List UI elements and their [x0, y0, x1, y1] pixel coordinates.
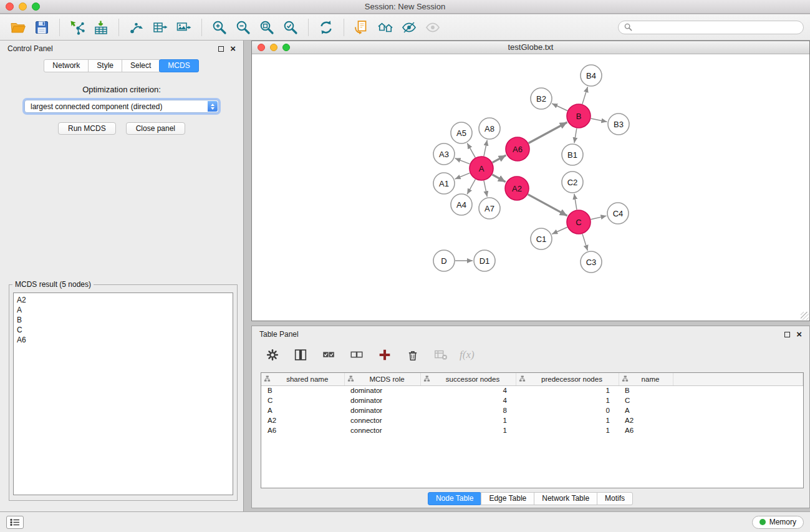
search-input[interactable] [636, 23, 798, 32]
network-zoom-button[interactable] [282, 44, 290, 51]
edge-A-A1[interactable] [455, 173, 470, 179]
import-network-button[interactable] [65, 17, 89, 38]
float-table-panel-icon[interactable] [784, 332, 790, 337]
cell[interactable]: A6 [261, 425, 344, 435]
panel-selector-button[interactable] [6, 516, 24, 529]
node-A[interactable]: A [470, 157, 493, 180]
column-header-shared-name[interactable]: shared name [261, 373, 344, 385]
result-item-b[interactable]: B [17, 315, 229, 325]
close-panel-icon[interactable]: × [230, 45, 236, 52]
column-header-mcds-role[interactable]: MCDS role [344, 373, 420, 385]
cell[interactable]: 4 [420, 385, 516, 395]
cell[interactable]: dominator [344, 385, 420, 395]
mcds-result-list[interactable]: A2ABCA6 [13, 293, 233, 495]
cell[interactable]: A2 [261, 415, 344, 425]
node-A3[interactable]: A3 [433, 143, 455, 165]
network-view[interactable]: AA6A2BCA5A8A3A1A4A7B2B4B3B1C2C1C4C3DD1 [252, 55, 809, 321]
edge-A-A5[interactable] [467, 143, 475, 158]
zoom-out-button[interactable] [231, 17, 255, 38]
table-row[interactable]: Bdominator41B [261, 385, 803, 395]
edge-C-C3[interactable] [582, 234, 587, 251]
delete-row-button[interactable] [403, 346, 422, 364]
zoom-selected-button[interactable] [279, 17, 302, 38]
zoom-window-button[interactable] [32, 2, 40, 11]
cell[interactable]: connector [344, 425, 420, 435]
cell[interactable]: 1 [516, 425, 619, 435]
table-row[interactable]: A6connector11A6 [261, 425, 803, 435]
zoom-in-button[interactable] [208, 17, 231, 38]
result-item-a2[interactable]: A2 [17, 295, 229, 305]
tab-style[interactable]: Style [88, 59, 122, 72]
cell[interactable]: connector [344, 415, 420, 425]
add-row-button[interactable] [375, 346, 394, 364]
node-B1[interactable]: B1 [562, 144, 583, 165]
unselect-all-button[interactable] [347, 346, 366, 364]
result-item-a6[interactable]: A6 [17, 335, 229, 345]
cell[interactable]: C [261, 395, 344, 405]
optimization-dropdown[interactable]: largest connected component (directed) [24, 100, 219, 113]
tab-network[interactable]: Network [44, 59, 89, 72]
edge-A-A2[interactable] [492, 175, 505, 182]
tab-select[interactable]: Select [122, 59, 160, 72]
run-mcds-button[interactable]: Run MCDS [58, 122, 116, 135]
close-table-panel-icon[interactable]: × [796, 331, 802, 338]
node-B2[interactable]: B2 [531, 88, 552, 109]
graphics-details-button[interactable] [397, 17, 421, 38]
column-header-successor-nodes[interactable]: successor nodes [420, 373, 516, 385]
table-row[interactable]: Cdominator41C [261, 395, 803, 405]
edge-B-B2[interactable] [552, 104, 567, 111]
node-A5[interactable]: A5 [451, 122, 472, 143]
open-session-button[interactable] [6, 17, 30, 38]
export-network-button[interactable] [125, 17, 148, 38]
cell[interactable]: B [619, 385, 673, 395]
cell[interactable]: 1 [516, 385, 619, 395]
edge-A-A3[interactable] [455, 158, 470, 164]
export-table-button[interactable] [148, 17, 172, 38]
column-header-name[interactable]: name [619, 373, 673, 385]
zoom-fit-button[interactable] [255, 17, 279, 38]
cell[interactable]: 8 [420, 405, 516, 415]
edge-A6-B[interactable] [529, 122, 567, 143]
edge-B-B3[interactable] [591, 118, 607, 122]
show-columns-button[interactable] [291, 346, 310, 364]
tab-network-table[interactable]: Network Table [534, 492, 597, 505]
cell[interactable]: 0 [516, 405, 619, 415]
resize-grip[interactable] [801, 312, 809, 320]
node-D1[interactable]: D1 [474, 250, 495, 271]
edge-C-C2[interactable] [574, 194, 577, 210]
tab-edge-table[interactable]: Edge Table [481, 492, 534, 505]
export-image-button[interactable] [172, 17, 196, 38]
cell[interactable]: B [261, 385, 344, 395]
node-C2[interactable]: C2 [562, 172, 583, 193]
table-row[interactable]: A2connector11A2 [261, 415, 803, 425]
edge-C-C4[interactable] [591, 216, 607, 220]
select-all-button[interactable] [319, 346, 338, 364]
node-C1[interactable]: C1 [531, 228, 552, 249]
cell[interactable]: dominator [344, 405, 420, 415]
cell[interactable]: 4 [420, 395, 516, 405]
node-table-container[interactable]: shared nameMCDS rolesuccessor nodesprede… [261, 372, 804, 488]
result-item-a[interactable]: A [17, 305, 229, 315]
cell[interactable]: 1 [516, 415, 619, 425]
node-C3[interactable]: C3 [581, 251, 602, 273]
node-D[interactable]: D [433, 250, 455, 271]
node-A6[interactable]: A6 [506, 137, 529, 161]
node-C4[interactable]: C4 [607, 203, 629, 224]
cell[interactable]: 1 [516, 395, 619, 405]
network-minimize-button[interactable] [270, 44, 277, 51]
edge-A-A6[interactable] [493, 155, 506, 163]
tab-motifs[interactable]: Motifs [597, 492, 633, 505]
settings-gear-button[interactable] [263, 346, 282, 364]
node-A8[interactable]: A8 [479, 118, 500, 139]
cell[interactable]: A6 [619, 425, 673, 435]
edge-B-B1[interactable] [574, 128, 577, 143]
close-panel-button[interactable]: Close panel [126, 122, 185, 135]
network-window-titlebar[interactable]: testGlobe.txt [252, 41, 809, 54]
node-A7[interactable]: A7 [479, 198, 500, 219]
home-button[interactable] [374, 17, 397, 38]
edge-B-B4[interactable] [582, 87, 588, 104]
cell[interactable]: 1 [420, 425, 516, 435]
cell[interactable]: A [261, 405, 344, 415]
minimize-window-button[interactable] [19, 2, 27, 11]
tab-node-table[interactable]: Node Table [428, 492, 482, 505]
